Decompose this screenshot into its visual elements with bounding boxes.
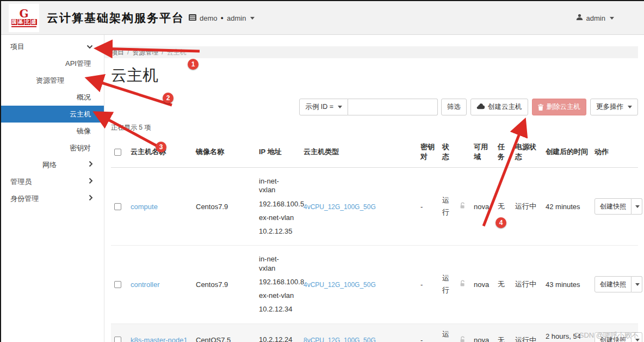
breadcrumb-resource-management[interactable]: 资源管理 [132, 48, 158, 57]
row-count-summary: 正在显示 5 项 [111, 123, 638, 132]
chevron-right-icon [89, 161, 93, 169]
col-header-flavor[interactable]: 云主机类型 [300, 137, 417, 168]
create-snapshot-button[interactable]: 创建快照 [595, 276, 631, 292]
delete-instance-button[interactable]: 删除云主机 [532, 99, 587, 115]
user-menu-label: admin [586, 14, 605, 22]
filter-button[interactable]: 筛选 [441, 99, 467, 115]
filter-input[interactable] [348, 99, 438, 115]
brand-title: 云计算基础架构服务平台 [47, 10, 184, 26]
logo-name: 国基北盛 [11, 19, 37, 25]
user-menu[interactable]: admin [576, 1, 614, 35]
col-header-task[interactable]: 任务 [494, 137, 512, 168]
row-action-split-button: 创建快照 [595, 332, 642, 342]
current-domain: admin [227, 14, 246, 22]
app-window: G 国基北盛 云计算基础架构服务平台 demo ● admin admin [0, 0, 644, 342]
col-header-image[interactable]: 镜像名称 [193, 137, 256, 168]
create-snapshot-button[interactable]: 创建快照 [595, 332, 631, 342]
sidebar-item-admin[interactable]: 管理员 [1, 173, 104, 190]
col-header-ip[interactable]: IP 地址 [256, 137, 300, 168]
col-header-az[interactable]: 可用域 [470, 137, 494, 168]
table-row: controller Centos7.9 in-net-vxlan 192.16… [111, 246, 638, 323]
row-action-split-button: 创建快照 [595, 198, 642, 215]
chevron-down-icon [635, 205, 640, 208]
chevron-down-icon[interactable] [86, 42, 93, 51]
status-cell: 运行 [439, 168, 456, 246]
chevron-right-icon [89, 194, 93, 203]
unlock-icon [456, 168, 470, 246]
table-row: k8s-master-node1 CentOS7.5 10.2.12.24 8v… [111, 323, 638, 342]
sidebar-item-keypairs[interactable]: 密钥对 [1, 139, 104, 156]
chevron-down-icon [635, 283, 640, 286]
logo-underline [11, 26, 36, 27]
sidebar-group-network[interactable]: 网络 [1, 156, 104, 173]
create-instance-button[interactable]: 创建云主机 [470, 99, 528, 115]
action-caret-button[interactable] [631, 276, 642, 292]
row-checkbox[interactable] [114, 337, 121, 342]
row-action-split-button: 创建快照 [595, 276, 642, 292]
sidebar: 项目 API管理 资源管理 概况 云主机 镜像 密钥对 [1, 35, 104, 342]
table-row: compute Centos7.9 in-net-vxlan 192.168.1… [111, 168, 638, 246]
col-header-power[interactable]: 电源状态 [512, 137, 542, 168]
top-navbar: G 国基北盛 云计算基础架构服务平台 demo ● admin admin [1, 1, 644, 35]
create-snapshot-button[interactable]: 创建快照 [595, 198, 631, 215]
trash-icon [538, 104, 543, 111]
action-caret-button[interactable] [631, 332, 642, 342]
main-content: 项目 / 资源管理 / 云主机 云主机 示例 ID = 筛选 [104, 35, 644, 342]
col-header-name[interactable]: 云主机名称 [127, 137, 193, 168]
breadcrumb-current: 云主机 [167, 48, 187, 57]
unlock-icon [456, 246, 470, 323]
filter-field-select[interactable]: 示例 ID = [299, 99, 348, 115]
instances-table: 云主机名称 镜像名称 IP 地址 云主机类型 密钥对 状态 可用域 任务 电源状… [111, 137, 638, 342]
row-checkbox[interactable] [114, 281, 121, 288]
more-actions-button[interactable]: 更多操作 [590, 99, 638, 115]
context-separator-dot: ● [221, 15, 224, 21]
current-project: demo [200, 14, 218, 22]
col-header-age[interactable]: 创建后的时间 [542, 137, 591, 168]
col-header-action: 动作 [591, 137, 638, 168]
col-header-lock [456, 137, 470, 168]
brand: G 国基北盛 云计算基础架构服务平台 [1, 4, 184, 32]
table-header-row: 云主机名称 镜像名称 IP 地址 云主机类型 密钥对 状态 可用域 任务 电源状… [111, 137, 638, 168]
project-switcher[interactable]: demo ● admin [189, 1, 255, 35]
table-toolbar: 示例 ID = 筛选 创建云主机 删除云主机 [104, 99, 638, 115]
sidebar-item-project[interactable]: 项目 [1, 38, 104, 55]
unlock-icon [456, 323, 470, 342]
sidebar-item-api-management[interactable]: API管理 [1, 55, 104, 72]
col-header-keypair[interactable]: 密钥对 [417, 137, 439, 168]
chevron-down-icon [250, 17, 255, 20]
select-all-checkbox[interactable] [114, 149, 121, 156]
sidebar-item-instances[interactable]: 云主机 [1, 106, 104, 123]
chevron-down-icon [635, 339, 640, 341]
col-header-status[interactable]: 状态 [439, 137, 456, 168]
instance-name-link[interactable]: compute [131, 203, 158, 211]
sidebar-item-overview[interactable]: 概况 [1, 89, 104, 106]
chevron-right-icon [89, 178, 93, 186]
chevron-down-icon [628, 106, 632, 108]
brand-logo: G 国基北盛 [9, 4, 39, 32]
flavor-link[interactable]: 4vCPU_12G_100G_50G [304, 281, 376, 289]
logo-mark: G [19, 9, 28, 19]
page-title: 云主机 [111, 65, 638, 87]
cloud-upload-icon [476, 103, 485, 111]
user-icon [576, 14, 583, 22]
chevron-down-icon [338, 106, 342, 108]
breadcrumb-project[interactable]: 项目 [111, 48, 124, 57]
action-caret-button[interactable] [631, 198, 642, 215]
status-cell: 运行 [439, 246, 456, 323]
sidebar-group-resource-management[interactable]: 资源管理 [1, 72, 104, 89]
instance-name-link[interactable]: k8s-master-node1 [131, 336, 188, 342]
row-checkbox[interactable] [114, 203, 121, 210]
flavor-link[interactable]: 8vCPU_12G_100G_50G [304, 337, 376, 342]
project-grid-icon [189, 14, 196, 22]
status-cell: 运行 [439, 323, 456, 342]
sidebar-item-identity[interactable]: 身份管理 [1, 190, 104, 207]
breadcrumb: 项目 / 资源管理 / 云主机 [104, 46, 638, 58]
flavor-link[interactable]: 4vCPU_12G_100G_50G [304, 203, 376, 211]
chevron-down-icon [610, 17, 614, 20]
sidebar-item-images[interactable]: 镜像 [1, 123, 104, 139]
instance-name-link[interactable]: controller [131, 280, 159, 289]
